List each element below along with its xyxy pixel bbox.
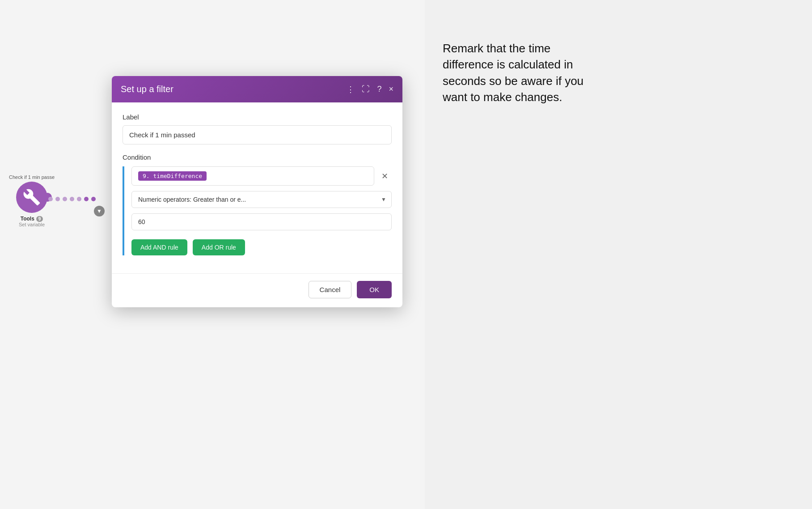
node-label: Check if 1 min passe (9, 174, 55, 180)
node-badge: 9 (36, 216, 43, 222)
operator-select[interactable]: Numeric operators: Greater than or e... … (131, 191, 392, 208)
modal-header: Set up a filter ⋮ ⛶ ? × (112, 76, 402, 102)
connector-dot-6 (77, 197, 81, 201)
modal-header-actions: ⋮ ⛶ ? × (347, 85, 393, 94)
node-title-text: Tools (21, 216, 34, 222)
condition-tag: 9. timeDifference (138, 171, 207, 181)
close-icon[interactable]: × (389, 85, 393, 94)
remark-panel: Remark that the time difference is calcu… (434, 31, 613, 115)
condition-section: 9. timeDifference ✕ Numeric operators: G… (123, 166, 392, 255)
connector-dot-7 (84, 197, 89, 201)
cancel-button[interactable]: Cancel (309, 281, 352, 298)
rule-buttons: Add AND rule Add OR rule (131, 239, 392, 255)
tools-icon (23, 188, 41, 206)
modal-title: Set up a filter (121, 84, 173, 94)
fullscreen-icon[interactable]: ⛶ (362, 85, 370, 94)
remove-condition-button[interactable]: ✕ (378, 170, 392, 183)
modal-footer: Cancel OK (112, 273, 402, 307)
connector-dot-8 (91, 197, 96, 201)
more-options-icon[interactable]: ⋮ (347, 85, 355, 94)
remark-text: Remark that the time difference is calcu… (443, 40, 604, 106)
modal-body: Label Condition 9. timeDifference ✕ Nume… (112, 102, 402, 273)
add-or-rule-button[interactable]: Add OR rule (193, 239, 245, 255)
node-title-row: Tools 9 (21, 216, 43, 222)
value-input[interactable] (131, 213, 392, 230)
label-field-label: Label (123, 113, 392, 121)
add-and-rule-button[interactable]: Add AND rule (131, 239, 187, 255)
condition-input-field[interactable]: 9. timeDifference (131, 166, 374, 186)
arrow-down-button[interactable]: ▼ (94, 206, 105, 216)
condition-label: Condition (123, 153, 392, 161)
label-input[interactable] (123, 125, 392, 144)
connector-dot-3 (55, 197, 60, 201)
operator-select-wrapper: Numeric operators: Greater than or e... … (131, 191, 392, 208)
help-icon[interactable]: ? (377, 85, 381, 94)
connector-dot-2 (48, 197, 53, 201)
node-subtitle: Set variable (19, 222, 45, 227)
condition-row: 9. timeDifference ✕ (131, 166, 392, 186)
connector-dot-4 (63, 197, 67, 201)
connector-dots (41, 197, 96, 201)
connector-dot-5 (70, 197, 74, 201)
connector-dot-1 (41, 197, 46, 201)
filter-modal: Set up a filter ⋮ ⛶ ? × Label Condition … (112, 76, 402, 307)
ok-button[interactable]: OK (357, 281, 392, 298)
